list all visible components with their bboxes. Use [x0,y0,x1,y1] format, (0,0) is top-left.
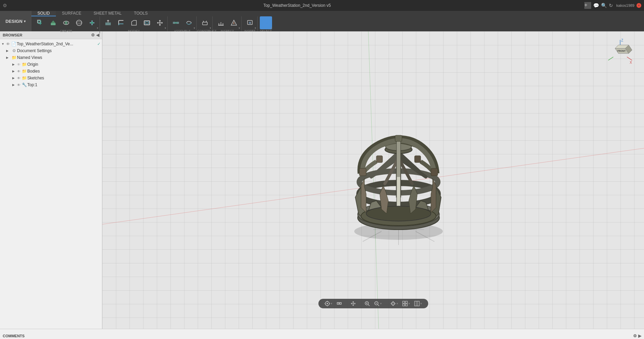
comments-label: COMMENTS [3,334,25,338]
select-dropdown-arrow[interactable]: ▾ [271,27,272,30]
design-menu-button[interactable]: DESIGN ▾ [0,11,31,31]
tree-item-origin[interactable]: ▶ 👁 📁 Origin [0,61,102,68]
tree-icon-bodies: 📁 [21,69,27,74]
tool-motion[interactable] [183,16,195,29]
svg-rect-83 [405,301,407,303]
viewport-bottom-toolbar: ▾ ▾ ▾ ▾ [318,299,428,308]
tool-analysis[interactable] [228,16,240,29]
tool-select[interactable] [260,16,272,29]
construct-dropdown-arrow[interactable]: ▾ [210,27,211,30]
comments-icon-group: ⚙ ▶ [633,334,641,338]
tree-icon-top1: 🔧 [21,82,27,87]
toolbar-group-inspect: INSPECT ▾ [213,16,242,33]
new-tab-button[interactable]: + [584,2,591,9]
tree-item-doc-settings[interactable]: ▶ ⚙ Document Settings [0,47,102,54]
tool-joint[interactable] [170,16,182,29]
svg-point-10 [90,22,91,24]
vbt-display-mode-button[interactable]: ▾ [389,300,400,307]
tool-shell[interactable] [141,16,153,29]
svg-point-66 [327,303,328,304]
tree-item-named-views[interactable]: ▶ 📁 Named Views [0,54,102,61]
svg-line-60 [608,57,613,60]
svg-line-58 [627,57,632,60]
tree-arrow-bodies[interactable]: ▶ [12,70,17,73]
tool-pattern[interactable] [86,16,98,29]
tool-measure[interactable] [215,16,227,29]
vbt-fit-button[interactable] [335,300,343,307]
3d-model[interactable] [329,109,472,252]
app-icon: ⚙ [3,3,7,8]
tab-tools[interactable]: TOOLS [128,11,154,16]
tree-icon-views: 📁 [11,55,17,60]
bottom-area: COMMENTS ⚙ ▶ ⏮ ◀ ▶ ▶| |▶| ▷□⬡△◻◇⬟▷□⬡△◻◇⬟… [0,329,644,339]
comments-settings-icon[interactable]: ⚙ [633,334,637,338]
vbt-grid-button[interactable]: ▾ [401,300,411,307]
viewport[interactable]: Z X FRONT ▾ [102,31,644,329]
search-icon[interactable]: 🔍 [601,3,607,8]
tab-sheet-metal[interactable]: SHEET METAL [88,11,128,16]
svg-point-50 [366,206,431,221]
browser-collapse-icon[interactable]: ◀ [96,33,99,37]
tab-row: SOLID SURFACE SHEET METAL TOOLS [31,11,644,16]
tool-move[interactable] [154,16,166,29]
vbt-separator-3 [386,301,386,307]
browser-settings-icon[interactable]: ⚙ [91,33,95,37]
refresh-icon[interactable]: ↻ [609,3,613,8]
tree-check-root: ✓ [97,42,101,46]
tree-eye-top1[interactable]: 👁 [17,83,20,87]
toolbar-row: CREATE ▾ MODIFY [31,16,644,33]
tree-label-top1: Top:1 [27,82,101,87]
tree-label-origin: Origin [27,62,101,67]
svg-line-78 [378,305,379,306]
tree-arrow-views[interactable]: ▶ [6,56,11,59]
tree-eye-sketches[interactable]: 👁 [17,76,20,80]
tree-item-top1[interactable]: ▶ 👁 🔧 Top:1 [0,81,102,88]
tab-solid[interactable]: SOLID [31,11,56,16]
vbt-pan-button[interactable] [349,300,357,307]
vbt-zoom-fit-button[interactable] [363,300,371,307]
tree-eye-root[interactable]: 👁 [6,42,10,46]
svg-rect-82 [403,301,405,303]
tool-construct[interactable] [199,16,211,29]
tab-surface[interactable]: SURFACE [56,11,88,16]
vbt-zoom-options-button[interactable]: ▾ [373,300,383,307]
tree-eye-origin[interactable]: 👁 [17,63,20,66]
insert-dropdown-arrow[interactable]: ▾ [255,27,256,30]
tree-arrow-top1[interactable]: ▶ [12,83,17,87]
tool-sphere[interactable] [73,16,85,29]
tool-new-component[interactable] [34,16,46,29]
close-button[interactable]: × [636,3,641,8]
main-layout: BROWSER ⚙ ◀ ▼ 👁 📄 Top_WeatherStation_2nd… [0,31,644,329]
svg-rect-25 [218,25,224,26]
tree-arrow-origin[interactable]: ▶ [12,63,17,66]
tool-insert[interactable] [244,16,256,29]
svg-rect-15 [105,22,111,25]
tree-arrow-doc[interactable]: ▶ [6,49,11,52]
tool-chamfer[interactable] [128,16,140,29]
comments-collapse-icon[interactable]: ▶ [638,334,641,338]
view-cube[interactable]: Z X FRONT [606,38,634,65]
tool-revolve[interactable] [60,16,72,29]
vbt-view-options-button[interactable]: ▾ [413,300,423,307]
tree-arrow-root[interactable]: ▼ [1,42,6,46]
assemble-dropdown-arrow[interactable]: ▾ [194,27,195,30]
create-dropdown-arrow[interactable]: ▾ [97,27,98,30]
tree-item-root[interactable]: ▼ 👁 📄 Top_WeatherStation_2nd_Ve... ✓ [0,41,102,47]
tool-extrude[interactable] [47,16,59,29]
tree-eye-bodies[interactable]: 👁 [17,70,20,73]
vbt-separator-1 [346,301,346,307]
tool-fillet[interactable] [115,16,127,29]
tree-item-bodies[interactable]: ▶ 👁 📁 Bodies [0,68,102,75]
title-bar: ⚙ Top_WeatherStation_2nd_Version v5 + 💬 … [0,0,644,11]
tree-arrow-sketches[interactable]: ▶ [12,76,17,80]
chat-icon[interactable]: 💬 [593,3,599,8]
vbt-snap-button[interactable]: ▾ [323,300,334,307]
svg-rect-20 [176,22,179,24]
svg-point-14 [91,22,93,24]
svg-point-21 [175,22,177,24]
tool-press-pull[interactable] [102,16,114,29]
tree-item-sketches[interactable]: ▶ 👁 📁 Sketches [0,75,102,81]
modify-dropdown-arrow[interactable]: ▾ [165,27,166,30]
toolbar-group-modify: MODIFY ▾ [101,16,168,33]
inspect-dropdown-arrow[interactable]: ▾ [239,27,240,30]
